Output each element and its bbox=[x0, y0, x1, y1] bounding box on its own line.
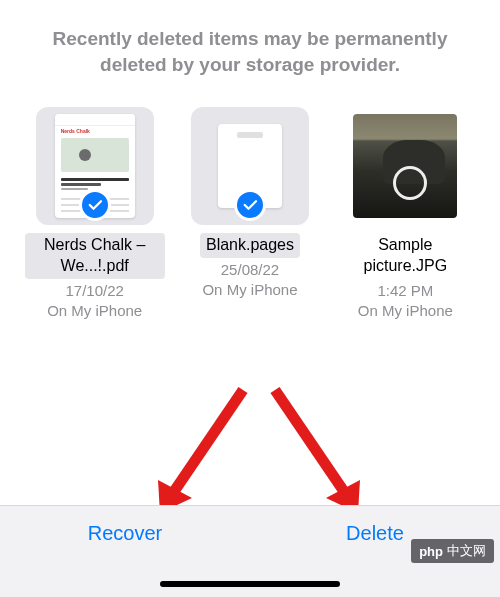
file-item[interactable]: Sample picture.JPG 1:42 PM On My iPhone bbox=[335, 107, 475, 321]
file-date-label: 17/10/22 bbox=[65, 281, 123, 301]
file-name-label: Blank.pages bbox=[200, 233, 300, 258]
watermark: php 中文网 bbox=[411, 539, 494, 563]
home-indicator bbox=[160, 581, 340, 587]
files-grid: Nerds Chalk Nerds Chalk – We...!.pdf 17/… bbox=[0, 77, 500, 321]
watermark-logo: php bbox=[419, 544, 443, 559]
file-name-label: Nerds Chalk – We...!.pdf bbox=[25, 233, 165, 279]
file-name-label: Sample picture.JPG bbox=[335, 233, 475, 279]
file-date-label: 25/08/22 bbox=[221, 260, 279, 280]
recover-button[interactable]: Recover bbox=[0, 522, 250, 545]
header-message: Recently deleted items may be permanentl… bbox=[0, 0, 500, 77]
file-date-label: 1:42 PM bbox=[377, 281, 433, 301]
file-item[interactable]: Nerds Chalk Nerds Chalk – We...!.pdf 17/… bbox=[25, 107, 165, 321]
file-item[interactable]: Blank.pages 25/08/22 On My iPhone bbox=[180, 107, 320, 321]
file-thumbnail[interactable]: Nerds Chalk bbox=[36, 107, 154, 225]
photo-preview bbox=[353, 114, 457, 218]
annotation-arrow-icon bbox=[260, 385, 370, 515]
watermark-text: 中文网 bbox=[447, 542, 486, 560]
selected-checkmark-icon bbox=[79, 189, 111, 221]
file-location-label: On My iPhone bbox=[47, 301, 142, 321]
annotation-arrow-icon bbox=[148, 385, 258, 515]
file-thumbnail[interactable] bbox=[346, 107, 464, 225]
selected-checkmark-icon bbox=[234, 189, 266, 221]
file-location-label: On My iPhone bbox=[202, 280, 297, 300]
file-location-label: On My iPhone bbox=[358, 301, 453, 321]
file-thumbnail[interactable] bbox=[191, 107, 309, 225]
